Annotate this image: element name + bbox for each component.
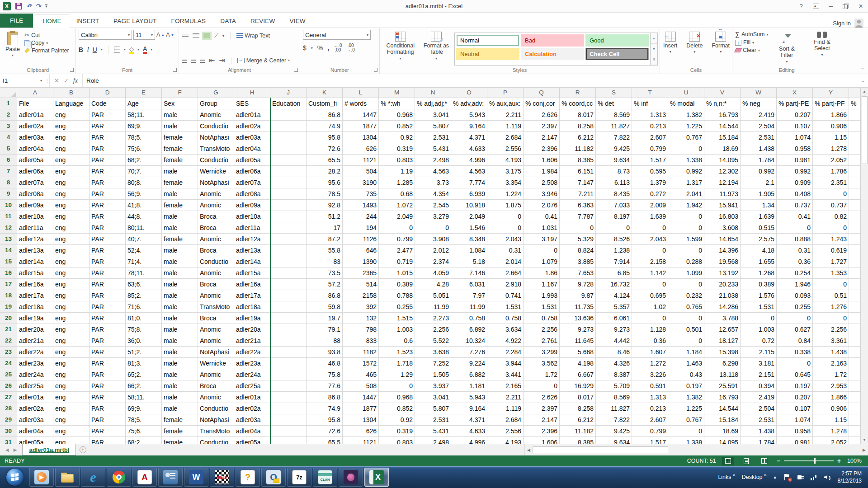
undo-button[interactable]: ↶▾ <box>27 3 32 9</box>
cell[interactable]: 4.371 <box>451 414 487 426</box>
cell[interactable]: 12.657 <box>704 324 741 335</box>
cell[interactable]: 2.043 <box>487 234 524 245</box>
cell[interactable]: 3.908 <box>415 234 451 245</box>
cell[interactable]: 0.207 <box>777 109 813 121</box>
sort-filter-button[interactable]: AZ Sort & Filter▾ <box>770 30 803 66</box>
cell[interactable]: 2.049 <box>451 211 487 222</box>
cell[interactable]: 1121 <box>343 437 379 444</box>
cell[interactable]: 1.003 <box>741 324 777 335</box>
cell[interactable]: 5.943 <box>451 392 487 403</box>
cell[interactable]: 1.784 <box>741 437 777 444</box>
tab-insert[interactable]: INSERT <box>69 14 106 28</box>
cell[interactable]: adler25a <box>234 380 270 392</box>
cell[interactable]: 0.958 <box>777 426 813 437</box>
increase-decimal-button[interactable]: ←.0.00 <box>334 43 342 52</box>
cell[interactable]: 81;0. <box>126 313 162 324</box>
row-header-3[interactable]: 3 <box>0 121 17 132</box>
cell[interactable]: 1.276 <box>813 301 849 313</box>
cell[interactable]: 2.273 <box>415 313 451 324</box>
cell[interactable]: Sex <box>162 98 198 109</box>
cell[interactable]: 18.69 <box>704 426 741 437</box>
cell[interactable]: 78;5. <box>126 414 162 426</box>
cell[interactable]: 1447 <box>343 109 379 121</box>
cell[interactable]: PAR <box>90 132 126 143</box>
new-sheet-button[interactable]: + <box>76 444 90 455</box>
cell[interactable]: 11.99 <box>415 301 451 313</box>
cell[interactable]: 0 <box>668 279 704 290</box>
cell[interactable]: female <box>162 143 198 155</box>
cell[interactable]: 16.732 <box>596 279 632 290</box>
cell[interactable] <box>270 380 307 392</box>
cell[interactable]: Anomic <box>198 234 234 245</box>
cell[interactable]: 2.163 <box>813 358 849 369</box>
cell[interactable]: 1.576 <box>741 290 777 301</box>
cell[interactable]: adler12a <box>17 234 53 245</box>
cell[interactable]: 0.799 <box>632 143 668 155</box>
cell[interactable]: 1.119 <box>487 403 524 414</box>
cell[interactable]: eng <box>53 222 90 234</box>
cell[interactable] <box>270 132 307 143</box>
cell[interactable]: % *:wh <box>379 98 415 109</box>
cell[interactable]: 4.354 <box>415 188 451 200</box>
cell[interactable]: 11.182 <box>560 426 596 437</box>
cell[interactable]: Broca <box>198 211 234 222</box>
cell[interactable]: 798 <box>343 324 379 335</box>
clan-app-button[interactable]: CLAN <box>313 468 337 487</box>
cell[interactable]: 1.074 <box>777 132 813 143</box>
cell[interactable]: 69;9. <box>126 121 162 132</box>
cell[interactable]: PAR <box>90 155 126 166</box>
cell[interactable]: 2.052 <box>813 155 849 166</box>
cell[interactable]: 19.7 <box>307 313 343 324</box>
cell[interactable]: 2.256 <box>813 324 849 335</box>
insert-cells-button[interactable]: Insert▾ <box>660 30 680 66</box>
format-cells-button[interactable]: Format▾ <box>709 30 732 66</box>
cell[interactable]: 2.009 <box>632 200 668 211</box>
cell[interactable]: 9.634 <box>596 437 632 444</box>
cell[interactable]: male <box>162 222 198 234</box>
customize-qat-button[interactable]: ▾ <box>45 4 47 8</box>
row-header-6[interactable]: 6 <box>0 155 17 166</box>
cell[interactable] <box>270 335 307 347</box>
clear-button[interactable]: Clear▾ <box>735 47 768 53</box>
font-dialog-launcher[interactable] <box>173 68 177 72</box>
cell[interactable]: 0.319 <box>379 426 415 437</box>
cell[interactable]: adler17a <box>234 290 270 301</box>
cell[interactable]: 88 <box>307 335 343 347</box>
cell[interactable]: eng <box>53 143 90 155</box>
cell[interactable]: 1.099 <box>668 267 704 279</box>
cell[interactable]: adler03a <box>234 414 270 426</box>
cell[interactable]: 1.984 <box>524 166 560 177</box>
cell[interactable]: 4.18 <box>741 245 777 256</box>
cell[interactable]: adler13a <box>234 245 270 256</box>
cell[interactable]: eng <box>53 166 90 177</box>
cell[interactable]: 1.86 <box>524 267 560 279</box>
close-button[interactable]: × <box>856 2 865 10</box>
cell[interactable]: Broca <box>198 313 234 324</box>
cell[interactable]: male <box>162 290 198 301</box>
cell[interactable]: Anomic <box>198 290 234 301</box>
merge-center-button[interactable]: Merge & Center▾ <box>237 57 290 64</box>
cell[interactable]: adler10a <box>17 211 53 222</box>
cell[interactable]: 2.477 <box>379 245 415 256</box>
cell[interactable]: 9.425 <box>596 143 632 155</box>
cell[interactable]: 0 <box>777 358 813 369</box>
cell[interactable]: 0.737 <box>777 200 813 211</box>
cell[interactable]: adler14a <box>234 256 270 267</box>
cell[interactable]: eng <box>53 200 90 211</box>
cell[interactable]: 7.033 <box>596 200 632 211</box>
cell[interactable]: Anomic <box>198 335 234 347</box>
column-header-G[interactable]: G <box>198 88 234 98</box>
cell[interactable]: 15.941 <box>704 200 741 211</box>
cell[interactable]: 6.667 <box>560 369 596 380</box>
cell[interactable]: Anomic <box>198 369 234 380</box>
cell[interactable]: 0 <box>668 335 704 347</box>
zoom-slider-thumb[interactable] <box>814 458 816 464</box>
cell[interactable]: 1.606 <box>524 155 560 166</box>
align-center-button[interactable] <box>191 58 196 63</box>
cell[interactable]: 3.634 <box>487 324 524 335</box>
select-all-corner[interactable] <box>0 88 17 98</box>
cell[interactable]: eng <box>53 347 90 358</box>
cell[interactable]: 0.232 <box>668 290 704 301</box>
cell[interactable]: 7.787 <box>560 211 596 222</box>
cell[interactable]: 5.522 <box>415 335 451 347</box>
